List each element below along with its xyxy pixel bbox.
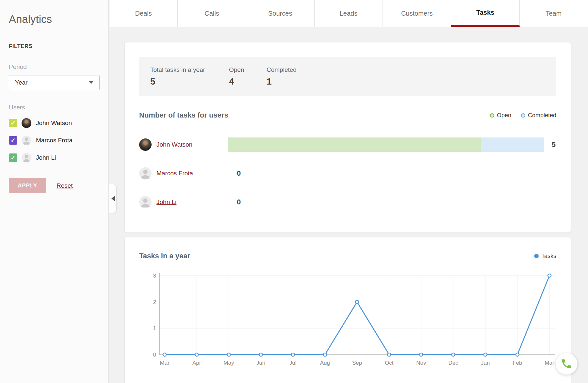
bar-chart-legend: Open Completed — [490, 112, 556, 119]
svg-text:2: 2 — [153, 299, 156, 305]
user-filter-row: ✓ John Watson — [9, 118, 108, 128]
avatar — [22, 153, 31, 163]
bar-total-value: 5 — [552, 140, 556, 149]
page-title: Analytics — [9, 13, 108, 25]
tab-tasks[interactable]: Tasks — [451, 0, 519, 27]
bar-completed-segment — [481, 137, 544, 152]
svg-text:3: 3 — [153, 273, 156, 279]
filters-heading: FILTERS — [9, 43, 108, 50]
chevron-down-icon — [89, 81, 93, 84]
line-chart-legend: Tasks — [534, 253, 556, 260]
analytics-tabbar: Deals Calls Sources Leads Customers Task… — [109, 0, 588, 27]
stat-label: Total tasks in a year — [150, 66, 229, 73]
svg-text:Jul: Jul — [289, 360, 297, 366]
svg-text:1: 1 — [153, 325, 156, 331]
user-link[interactable]: Marcos Frota — [156, 170, 193, 177]
tasks-per-user-chart: John Watson 5 Marcos Frota — [139, 130, 556, 216]
svg-text:Jan: Jan — [481, 360, 490, 366]
stat-value: 1 — [267, 76, 297, 87]
period-select[interactable]: Year — [9, 75, 100, 90]
avatar — [139, 167, 152, 180]
section-title-tasks-in-year: Tasks in a year — [139, 252, 190, 260]
svg-text:Feb: Feb — [513, 360, 522, 366]
stat-completed-tasks: Completed 1 — [267, 66, 297, 87]
legend-item-tasks[interactable]: Tasks — [534, 253, 556, 260]
user-link[interactable]: John Li — [156, 199, 176, 206]
call-button[interactable] — [556, 353, 577, 375]
svg-text:Jun: Jun — [256, 360, 265, 366]
bar-total-value: 0 — [237, 169, 241, 178]
bar-open-segment — [228, 137, 481, 152]
tab-sources[interactable]: Sources — [246, 0, 315, 27]
period-label: Period — [9, 63, 108, 71]
bar-total-value: 0 — [237, 198, 241, 206]
phone-icon — [561, 358, 572, 370]
avatar — [22, 136, 31, 145]
collapse-arrow-icon — [111, 196, 115, 201]
legend-item-open[interactable]: Open — [490, 112, 511, 119]
user-name: John Watson — [36, 120, 72, 127]
open-legend-swatch-icon — [490, 113, 494, 118]
bar-row-john-li: John Li 0 — [139, 188, 556, 216]
user-link[interactable]: John Watson — [156, 141, 192, 148]
avatar — [22, 118, 31, 128]
tasks-line-chart: 0123MarAprMayJunJulAugSepOctNovDecJanFeb… — [139, 269, 556, 372]
main-area: Deals Calls Sources Leads Customers Task… — [109, 0, 588, 383]
svg-text:Apr: Apr — [192, 360, 201, 366]
avatar — [139, 196, 152, 208]
svg-text:Dec: Dec — [448, 360, 458, 366]
svg-text:Mar: Mar — [545, 360, 554, 366]
stat-open-tasks: Open 4 — [229, 66, 267, 87]
sidebar-collapse-handle[interactable] — [109, 184, 117, 213]
reset-link[interactable]: Reset — [57, 182, 73, 189]
user-checkbox[interactable]: ✓ — [9, 153, 17, 162]
svg-text:May: May — [223, 360, 234, 366]
user-filter-row: ✓ Marcos Frota — [9, 135, 108, 146]
tasks-summary-card: Total tasks in a year 5 Open 4 Completed… — [125, 42, 571, 232]
users-label: Users — [9, 104, 108, 111]
tasks-in-year-card: Tasks in a year Tasks 0123MarAprMayJunJu… — [125, 237, 571, 383]
check-icon: ✓ — [10, 155, 15, 161]
bar-row-john-watson: John Watson 5 — [139, 130, 556, 159]
svg-text:Nov: Nov — [416, 360, 426, 366]
svg-text:Sep: Sep — [352, 360, 362, 366]
legend-item-completed[interactable]: Completed — [521, 112, 556, 119]
bar-row-marcos-frota: Marcos Frota 0 — [139, 159, 556, 188]
svg-text:Oct: Oct — [385, 360, 394, 366]
user-filter-row: ✓ John Li — [9, 152, 108, 163]
svg-text:0: 0 — [153, 352, 156, 358]
tab-calls[interactable]: Calls — [178, 0, 246, 27]
check-icon: ✓ — [10, 137, 15, 143]
tab-customers[interactable]: Customers — [383, 0, 451, 27]
svg-text:Aug: Aug — [320, 360, 330, 366]
apply-button[interactable]: APPLY — [9, 178, 46, 193]
stat-value: 4 — [229, 76, 267, 87]
check-icon: ✓ — [10, 120, 15, 126]
tab-team[interactable]: Team — [520, 0, 588, 27]
stat-label: Open — [229, 66, 267, 73]
stat-value: 5 — [150, 76, 229, 87]
analytics-sidebar: Analytics FILTERS Period Year Users ✓ Jo… — [0, 0, 109, 383]
tab-leads[interactable]: Leads — [315, 0, 383, 27]
user-name: Marcos Frota — [36, 137, 73, 144]
stat-total-tasks: Total tasks in a year 5 — [150, 66, 229, 87]
svg-text:Mar: Mar — [160, 360, 170, 366]
stats-strip: Total tasks in a year 5 Open 4 Completed… — [139, 57, 556, 96]
tab-deals[interactable]: Deals — [109, 0, 178, 27]
user-checkbox[interactable]: ✓ — [9, 136, 17, 145]
stat-label: Completed — [267, 66, 297, 73]
section-title-tasks-for-users: Number of tasks for users — [139, 111, 228, 120]
period-select-value: Year — [15, 79, 27, 86]
user-name: John Li — [36, 154, 56, 161]
tasks-legend-dot-icon — [534, 254, 539, 258]
user-checkbox[interactable]: ✓ — [9, 119, 17, 127]
avatar — [139, 138, 152, 151]
completed-legend-swatch-icon — [521, 113, 525, 118]
